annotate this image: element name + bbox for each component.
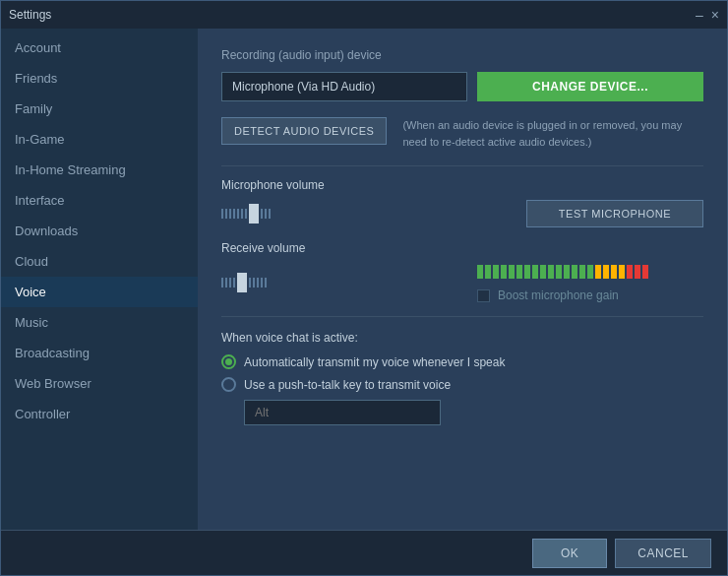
voice-active-label: When voice chat is active: (221, 331, 703, 345)
test-microphone-button[interactable]: TEST MICROPHONE (526, 200, 703, 227)
divider-2 (221, 316, 703, 317)
sidebar-item-broadcasting[interactable]: Broadcasting (1, 338, 198, 368)
sidebar-item-downloads[interactable]: Downloads (1, 216, 198, 246)
sidebar-item-cloud[interactable]: Cloud (1, 246, 198, 277)
window-title: Settings (9, 8, 51, 22)
receive-volume-row: Boost microphone gain (221, 263, 703, 302)
radio-push-label: Use a push-to-talk key to transmit voice (244, 378, 451, 392)
device-input[interactable] (221, 72, 467, 101)
radio-push-to-talk[interactable] (221, 377, 236, 392)
device-row: CHANGE DEVICE... (221, 72, 703, 101)
titlebar-controls: – × (696, 7, 719, 23)
content-area: Account Friends Family In-Game In-Home S… (1, 29, 727, 530)
receive-volume-slider[interactable] (221, 273, 467, 292)
mic-volume-row: TEST MICROPHONE (221, 200, 703, 227)
sidebar-item-in-home-streaming[interactable]: In-Home Streaming (1, 155, 198, 185)
sidebar-item-music[interactable]: Music (1, 307, 198, 338)
radio-auto-label: Automatically transmit my voice whenever… (244, 355, 505, 369)
mic-volume-label: Microphone volume (221, 178, 703, 192)
sidebar-item-account[interactable]: Account (1, 32, 198, 63)
ok-button[interactable]: OK (532, 539, 607, 568)
radio-auto-row: Automatically transmit my voice whenever… (221, 354, 703, 369)
sidebar-item-in-game[interactable]: In-Game (1, 124, 198, 155)
main-panel: Recording (audio input) device CHANGE DE… (198, 29, 727, 530)
sidebar-item-controller[interactable]: Controller (1, 399, 198, 429)
push-to-talk-key-input[interactable] (244, 400, 441, 425)
minimize-button[interactable]: – (696, 7, 703, 23)
cancel-button[interactable]: CANCEL (615, 539, 711, 568)
detect-row: DETECT AUDIO DEVICES (When an audio devi… (221, 117, 703, 150)
mic-volume-slider[interactable] (221, 204, 516, 224)
boost-checkbox[interactable] (477, 289, 490, 302)
footer: OK CANCEL (1, 530, 727, 575)
sidebar-item-voice[interactable]: Voice (1, 277, 198, 307)
divider-1 (221, 165, 703, 166)
settings-window: Settings – × Account Friends Family In-G… (0, 0, 728, 576)
recording-device-label: Recording (audio input) device (221, 48, 703, 62)
receive-volume-section: Receive volume (221, 241, 703, 302)
sidebar-item-interface[interactable]: Interface (1, 185, 198, 216)
radio-push-row: Use a push-to-talk key to transmit voice (221, 377, 703, 392)
radio-auto-transmit[interactable] (221, 354, 236, 369)
change-device-button[interactable]: CHANGE DEVICE... (477, 72, 703, 101)
detect-note: (When an audio device is plugged in or r… (402, 117, 698, 150)
titlebar: Settings – × (1, 1, 727, 29)
boost-label: Boost microphone gain (498, 288, 619, 302)
receive-volume-label: Receive volume (221, 241, 703, 255)
boost-row: Boost microphone gain (477, 288, 703, 302)
volume-level-indicator (477, 263, 703, 279)
sidebar: Account Friends Family In-Game In-Home S… (1, 29, 198, 530)
mic-volume-section: Microphone volume (221, 178, 703, 227)
sidebar-item-web-browser[interactable]: Web Browser (1, 368, 198, 399)
detect-audio-button[interactable]: DETECT AUDIO DEVICES (221, 117, 387, 145)
sidebar-item-family[interactable]: Family (1, 94, 198, 124)
close-button[interactable]: × (711, 7, 719, 23)
sidebar-item-friends[interactable]: Friends (1, 63, 198, 94)
